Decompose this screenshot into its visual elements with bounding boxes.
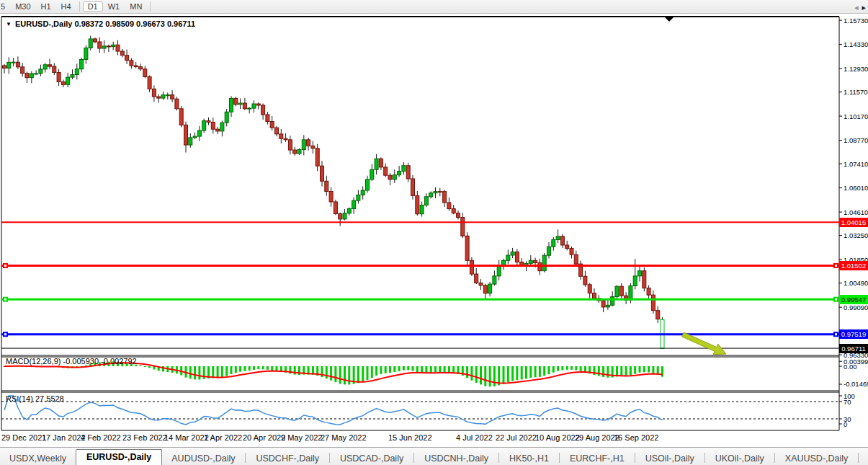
chart-title: EURUSD-,Daily [15, 19, 72, 28]
price-tick: 1.07410 [844, 160, 868, 168]
price-badge-1.04015: 1.04015 [839, 218, 868, 227]
time-axis-label: 1 Apr 2022 [204, 433, 242, 442]
chart-ohlc-values: 0.98372 0.98509 0.96673 0.96711 [74, 19, 195, 28]
tab-separator [704, 453, 705, 463]
time-axis-label: 9 May 2022 [281, 433, 322, 442]
price-badge-0.97519: 0.97519 [839, 329, 868, 339]
macd-values: -0.005930 -0.002792 [63, 357, 136, 366]
tab-usdcad-daily[interactable]: USDCAD-,Daily [331, 451, 413, 465]
rsi-label: RSI(14) 27.5528 [6, 394, 64, 403]
tab-usdchf-daily[interactable]: USDCHF-,Daily [246, 451, 328, 465]
price-badge-0.96711: 0.96711 [839, 344, 868, 353]
price-badge-1.01502: 1.01502 [839, 261, 868, 270]
tab-separator [559, 453, 560, 463]
price-tick: 0.99090 [844, 304, 868, 311]
time-axis-label: 4 Jul 2022 [456, 433, 493, 442]
price-tick: 1.14330 [844, 40, 868, 48]
time-axis-label: 17 Jan 2022 [42, 433, 86, 442]
macd-axis-tick: -0.01469 [844, 380, 868, 388]
time-axis-label: 10 Aug 2022 [535, 433, 580, 442]
tab-separator [635, 453, 635, 463]
tab-usdcnh-daily[interactable]: USDCNH-,Daily [415, 451, 498, 465]
price-tick: 1.10170 [844, 112, 868, 120]
rsi-axis-tick: 0 [844, 420, 847, 428]
down-arrow-annotation[interactable] [682, 332, 726, 355]
macd-label: MACD(12,26,9) -0.005930 -0.002792 [6, 357, 137, 366]
macd-axis-tick: 0.00 [844, 363, 857, 371]
tab-usoil-daily[interactable]: USOil-,Daily [636, 451, 704, 465]
price-tick: 1.11570 [844, 88, 868, 96]
macd-name: MACD(12,26,9) [6, 357, 61, 366]
price-tick: 1.00490 [844, 279, 868, 287]
time-axis-label: 23 Feb 2022 [122, 433, 167, 442]
tab-separator [858, 453, 859, 463]
price-tick: 1.12930 [844, 65, 868, 73]
tab-separator [498, 453, 499, 463]
tab-hk50-h1[interactable]: HK50-,H1 [500, 451, 558, 465]
tab-audusd-daily[interactable]: AUDUSD-,Daily [162, 451, 244, 465]
tab-scroll-arrows: ◂▸ [854, 3, 866, 12]
candlesticks [3, 36, 665, 349]
rsi-value: 27.5528 [35, 394, 64, 403]
mt4-chart-window: 5M30H1H4D1W1MN ▼EURUSD-,Daily 0.98372 0.… [0, 0, 868, 465]
tab-scroll-right-icon[interactable]: ▸ [862, 3, 866, 12]
time-axis-label: 15 Jun 2022 [388, 433, 432, 442]
price-tick: 1.15730 [844, 17, 868, 25]
price-tick: 1.04610 [844, 208, 868, 216]
tab-separator [413, 453, 414, 463]
chart-dropdown-icon[interactable]: ▼ [6, 21, 12, 27]
tab-usdx-weekly[interactable]: USDX,Weekly [0, 451, 76, 465]
price-tick: 1.08770 [844, 136, 868, 144]
time-axis-label: 27 May 2022 [321, 433, 367, 442]
rsi-axis-tick: 70 [844, 398, 851, 406]
tab-separator [774, 453, 775, 463]
tab-ukoil-daily[interactable]: UKOil-,Daily [706, 451, 774, 465]
rsi-line [4, 396, 663, 425]
chart-header: ▼EURUSD-,Daily 0.98372 0.98509 0.96673 0… [6, 19, 195, 28]
macd-signal-line [4, 363, 663, 383]
tab-separator [245, 453, 246, 463]
rsi-name: RSI(14) [6, 394, 33, 403]
tab-ukoil-da[interactable]: UKOil-,Da [859, 451, 868, 465]
price-tick: 1.03250 [844, 231, 868, 239]
time-axis-label: 14 Mar 2022 [164, 433, 209, 442]
time-axis-label: 16 Sep 2022 [614, 433, 658, 442]
time-axis-label: 4 Feb 2022 [81, 433, 121, 442]
tab-scroll-left-icon[interactable]: ◂ [854, 3, 859, 12]
time-axis-label: 20 Apr 2022 [243, 433, 285, 442]
time-axis-label: 29 Aug 2022 [575, 433, 619, 442]
time-axis-label: 29 Dec 2021 [1, 433, 46, 442]
scroll-position-marker-icon [665, 17, 674, 22]
chart-canvas[interactable] [0, 0, 868, 465]
tab-eurusd-daily[interactable]: EURUSD-,Daily [76, 449, 162, 465]
symbol-tabbar: USDX,WeeklyEURUSD-,DailyAUDUSD-,DailyUSD… [0, 447, 868, 465]
tab-separator [329, 453, 330, 463]
tab-xauusd-daily[interactable]: XAUUSD-,Daily [776, 451, 858, 465]
price-badge-0.99547: 0.99547 [839, 295, 868, 304]
time-axis-label: 22 Jul 2022 [496, 433, 537, 442]
price-tick: 1.06010 [844, 184, 868, 192]
tab-eurchf-h1[interactable]: EURCHF-,H1 [560, 451, 634, 465]
